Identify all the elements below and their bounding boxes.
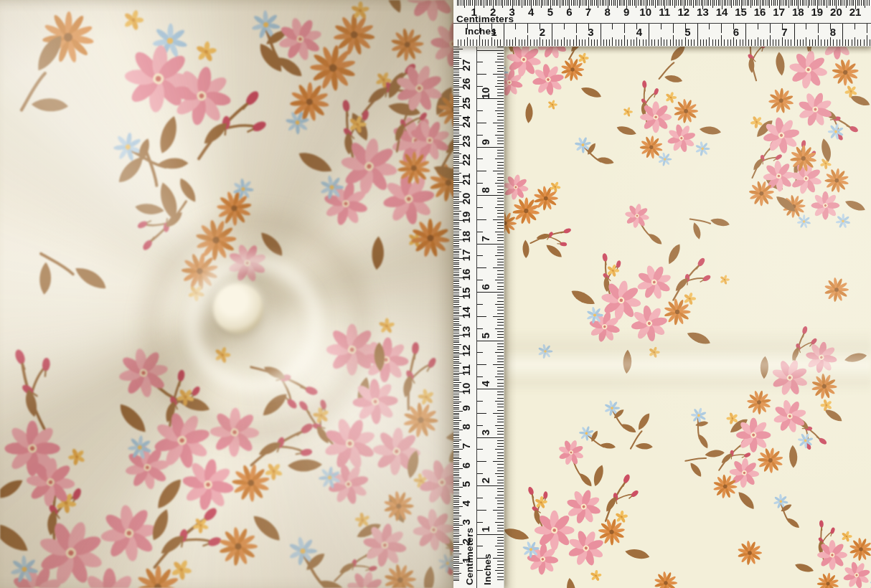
cm-number: 23 [460, 135, 473, 148]
swirled-fabric-floral-print [0, 0, 455, 588]
cm-tick [453, 180, 459, 181]
cm-tick [453, 100, 459, 101]
inch-fine-tick [497, 138, 504, 138]
cm-tick [714, 0, 715, 6]
inch-fine-tick [497, 201, 504, 201]
cm-tick [453, 527, 459, 528]
inch-fine-tick [497, 349, 504, 350]
inch-fine-tick [495, 86, 504, 87]
cm-tick [617, 0, 618, 8]
inch-fine-tick [495, 183, 504, 184]
cm-number: 9 [460, 402, 473, 414]
inch-fine-tick [497, 39, 498, 46]
cm-tick [504, 0, 505, 6]
cm-tick [453, 113, 459, 114]
cm-tick [453, 237, 459, 238]
cm-tick [453, 475, 459, 476]
inch-fine-tick [728, 39, 728, 46]
cm-number-text: 11 [460, 364, 473, 376]
cm-tick [453, 367, 459, 368]
cm-tick [453, 571, 459, 572]
cm-tick [453, 123, 459, 124]
cm-tick [583, 0, 583, 6]
cm-number: 6 [562, 6, 576, 17]
inch-fine-tick [606, 39, 607, 46]
cm-number-text: 16 [460, 268, 473, 281]
cm-tick [695, 0, 696, 6]
cm-tick [580, 0, 581, 6]
inch-fine-tick [497, 476, 504, 477]
inch-fine-tick [573, 39, 574, 46]
cm-tick [453, 331, 459, 331]
cm-tick [657, 0, 658, 6]
inch-tick [806, 24, 806, 29]
cm-number: 9 [619, 6, 634, 17]
cm-number: 8 [601, 6, 615, 17]
inch-fine-tick [519, 39, 519, 46]
inch-fine-tick [497, 564, 504, 565]
cm-tick [560, 0, 560, 8]
inch-fine-tick [497, 495, 504, 495]
cm-tick [649, 0, 650, 6]
cm-tick [763, 0, 764, 6]
inch-tick [564, 24, 565, 29]
cm-tick [453, 386, 459, 387]
inch-fine-tick [497, 419, 504, 419]
inch-tick [477, 546, 483, 546]
inch-fine-tick [661, 37, 662, 46]
cm-number: 16 [753, 6, 767, 17]
flat-fabric-swatch [502, 43, 871, 588]
cm-number: 10 [460, 382, 473, 395]
cm-tick [453, 508, 459, 508]
inch-fine-tick [616, 39, 616, 46]
cm-tick [669, 0, 669, 6]
cm-tick [453, 463, 459, 463]
inch-fine-tick [493, 558, 504, 559]
cm-tick [701, 0, 702, 6]
cm-tick [453, 190, 459, 191]
inch-fine-tick [497, 217, 504, 217]
cm-tick [453, 512, 459, 513]
cm-tick [453, 148, 459, 148]
cm-tick [453, 464, 459, 465]
cm-tick [788, 0, 789, 8]
cm-number: 25 [460, 97, 473, 110]
inch-fine-tick [636, 37, 637, 46]
inch-fine-tick [497, 108, 504, 108]
cm-number: 8 [460, 420, 473, 433]
inch-tick [854, 24, 855, 29]
cm-tick [598, 0, 598, 8]
cm-tick [853, 0, 854, 6]
cm-tick [577, 0, 578, 6]
cm-tick [453, 413, 459, 414]
cm-tick [541, 0, 542, 8]
inch-fine-tick [491, 147, 504, 148]
cm-tick [453, 179, 459, 179]
cm-tick [453, 298, 459, 299]
inch-fine-tick [497, 177, 504, 178]
cm-tick [623, 0, 623, 6]
inch-fine-tick [552, 33, 552, 46]
inch-fine-tick [618, 39, 619, 46]
cm-tick [453, 89, 459, 90]
cm-tick [565, 0, 566, 6]
cm-tick [453, 51, 459, 52]
inch-tick [477, 352, 483, 353]
cm-tick [453, 336, 459, 337]
cm-tick [453, 70, 459, 70]
inch-fine-tick [658, 39, 659, 46]
cm-tick [819, 0, 819, 6]
inch-fine-tick [794, 33, 795, 46]
cm-tick [592, 0, 593, 6]
inch-tick [612, 24, 613, 29]
cm-tick [579, 0, 580, 8]
cm-number: 15 [460, 287, 473, 300]
cm-tick [453, 262, 459, 263]
cm-tick [453, 379, 459, 379]
inch-fine-tick [497, 310, 504, 310]
inch-fine-tick [493, 461, 504, 462]
cm-tick [453, 405, 459, 406]
inch-fine-tick [495, 304, 504, 305]
inch-fine-tick [497, 386, 504, 387]
inch-fine-tick [497, 577, 504, 577]
